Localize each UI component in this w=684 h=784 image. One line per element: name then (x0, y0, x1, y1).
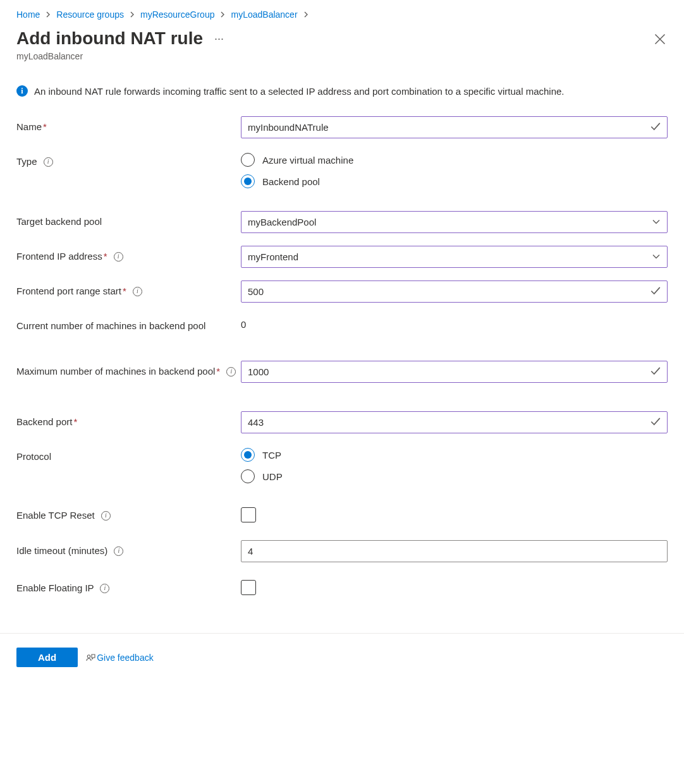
tcp-reset-checkbox[interactable] (241, 507, 256, 522)
target-backend-pool-select[interactable] (241, 211, 668, 233)
breadcrumb-resource-groups[interactable]: Resource groups (56, 9, 124, 20)
radio-outline-icon (241, 174, 255, 188)
breadcrumb-home[interactable]: Home (16, 9, 40, 20)
radio-outline-icon (241, 448, 255, 462)
row-tcp-reset: Enable TCP Reset i (16, 505, 668, 522)
idle-timeout-input[interactable] (241, 540, 668, 562)
info-hint-icon[interactable]: i (226, 367, 236, 377)
label-idle-timeout: Idle timeout (minutes) i (16, 540, 241, 558)
info-hint-icon[interactable]: i (114, 252, 123, 262)
radio-type-avm[interactable]: Azure virtual machine (241, 153, 668, 167)
label-name: Name* (16, 116, 241, 134)
info-hint-icon[interactable]: i (100, 584, 109, 593)
breadcrumb-my-load-balancer[interactable]: myLoadBalancer (231, 9, 297, 20)
row-backend-port: Backend port* (16, 411, 668, 433)
svg-point-0 (87, 655, 90, 658)
page-title: Add inbound NAT rule (16, 28, 203, 49)
max-machines-input[interactable] (241, 361, 668, 383)
info-text: An inbound NAT rule forwards incoming tr… (34, 84, 565, 99)
row-floating-ip: Enable Floating IP i (16, 577, 668, 595)
chevron-right-icon (129, 11, 135, 18)
row-frontend-ip: Frontend IP address* i (16, 246, 668, 268)
row-target-backend-pool: Target backend pool (16, 211, 668, 233)
chevron-right-icon (219, 11, 226, 18)
label-tcp-reset: Enable TCP Reset i (16, 505, 241, 522)
info-banner: i An inbound NAT rule forwards incoming … (16, 84, 668, 99)
frontend-port-start-input[interactable] (241, 280, 668, 303)
radio-protocol-udp[interactable]: UDP (241, 469, 668, 483)
row-type: Type i Azure virtual machine Backend poo… (16, 151, 668, 191)
info-icon: i (16, 85, 28, 97)
info-hint-icon[interactable]: i (133, 287, 142, 296)
floating-ip-checkbox[interactable] (241, 580, 256, 595)
label-current-machines: Current number of machines in backend po… (16, 315, 241, 333)
close-button[interactable] (654, 33, 668, 47)
name-input[interactable] (241, 116, 668, 138)
chevron-right-icon (303, 11, 309, 18)
row-protocol: Protocol TCP UDP (16, 446, 668, 486)
row-name: Name* (16, 116, 668, 138)
label-protocol: Protocol (16, 446, 241, 464)
backend-port-input[interactable] (241, 411, 668, 433)
label-frontend-port-start: Frontend port range start* i (16, 280, 241, 298)
label-backend-port: Backend port* (16, 411, 241, 429)
page-subtitle: myLoadBalancer (16, 51, 668, 61)
label-target-backend-pool: Target backend pool (16, 211, 241, 229)
info-hint-icon[interactable]: i (114, 546, 123, 556)
radio-outline-icon (241, 469, 255, 483)
row-frontend-port-start: Frontend port range start* i (16, 280, 668, 303)
frontend-ip-select[interactable] (241, 246, 668, 268)
page-header: Add inbound NAT rule ··· (16, 28, 668, 49)
row-max-machines: Maximum number of machines in backend po… (16, 361, 668, 394)
radio-outline-icon (241, 153, 255, 167)
row-current-machines: Current number of machines in backend po… (16, 315, 668, 348)
breadcrumb-my-resource-group[interactable]: myResourceGroup (140, 9, 215, 20)
feedback-icon (85, 653, 95, 663)
add-button[interactable]: Add (16, 648, 78, 667)
current-machines-value: 0 (241, 315, 668, 330)
info-hint-icon[interactable]: i (44, 157, 53, 167)
info-hint-icon[interactable]: i (101, 511, 111, 521)
label-frontend-ip: Frontend IP address* i (16, 246, 241, 263)
label-max-machines: Maximum number of machines in backend po… (16, 361, 241, 378)
breadcrumb: Home Resource groups myResourceGroup myL… (16, 9, 668, 20)
footer: Add Give feedback (0, 633, 684, 685)
radio-type-backend-pool[interactable]: Backend pool (241, 174, 668, 188)
chevron-right-icon (45, 11, 51, 18)
label-floating-ip: Enable Floating IP i (16, 577, 241, 595)
give-feedback-link[interactable]: Give feedback (85, 653, 154, 663)
radio-protocol-tcp[interactable]: TCP (241, 448, 668, 462)
label-type: Type i (16, 151, 241, 169)
row-idle-timeout: Idle timeout (minutes) i (16, 540, 668, 562)
more-actions-button[interactable]: ··· (212, 33, 226, 44)
